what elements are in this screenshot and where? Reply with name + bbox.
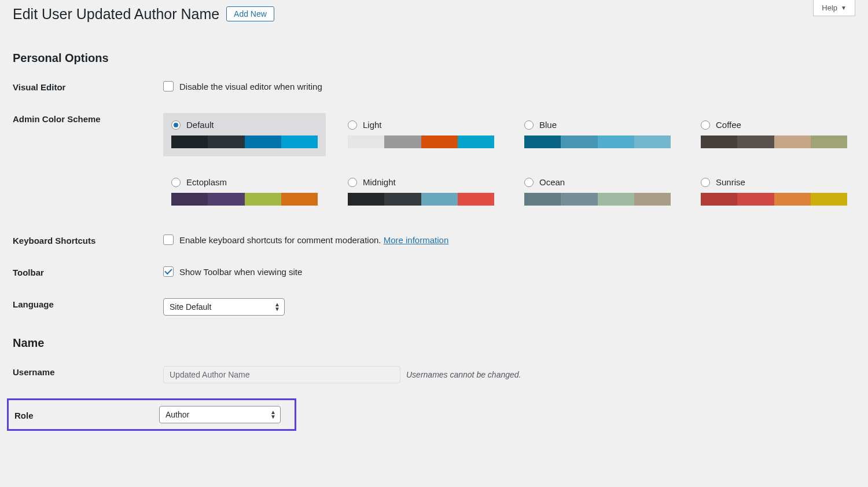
- color-swatch: [701, 193, 847, 206]
- language-label: Language: [13, 298, 163, 309]
- chevron-down-icon: ▼: [841, 5, 847, 11]
- color-scheme-ectoplasm[interactable]: Ectoplasm: [163, 170, 326, 214]
- color-scheme-name: Ocean: [539, 177, 565, 187]
- color-swatch: [524, 193, 671, 206]
- username-label: Username: [13, 366, 163, 377]
- radio-icon[interactable]: [701, 120, 710, 130]
- visual-editor-checkbox[interactable]: [163, 81, 174, 91]
- section-personal-options: Personal Options: [13, 52, 855, 65]
- color-scheme-name: Midnight: [363, 177, 396, 187]
- admin-color-scheme-label: Admin Color Scheme: [13, 113, 163, 124]
- color-swatch: [701, 136, 847, 148]
- color-scheme-blue[interactable]: Blue: [516, 113, 679, 156]
- language-select[interactable]: Site Default: [163, 298, 285, 316]
- color-scheme-default[interactable]: Default: [163, 113, 326, 156]
- color-scheme-name: Default: [186, 120, 214, 130]
- color-scheme-midnight[interactable]: Midnight: [340, 170, 502, 214]
- role-select[interactable]: Author: [159, 406, 281, 423]
- color-scheme-grid: DefaultLightBlueCoffeeEctoplasmMidnightO…: [163, 113, 855, 214]
- color-scheme-light[interactable]: Light: [340, 113, 502, 156]
- radio-icon[interactable]: [348, 120, 357, 130]
- radio-icon[interactable]: [348, 178, 357, 187]
- keyboard-shortcuts-text: Enable keyboard shortcuts for comment mo…: [179, 235, 448, 245]
- visual-editor-text: Disable the visual editor when writing: [179, 82, 322, 91]
- keyboard-shortcuts-checkbox[interactable]: [163, 235, 174, 245]
- color-scheme-ocean[interactable]: Ocean: [516, 170, 679, 214]
- color-swatch: [524, 136, 671, 148]
- username-note: Usernames cannot be changed.: [406, 370, 521, 379]
- color-scheme-name: Coffee: [716, 120, 741, 130]
- radio-icon[interactable]: [524, 178, 534, 187]
- toolbar-option[interactable]: Show Toolbar when viewing site: [163, 266, 855, 277]
- more-information-link[interactable]: More information: [384, 235, 449, 245]
- color-swatch: [171, 193, 318, 206]
- color-swatch: [348, 193, 494, 206]
- section-name: Name: [13, 336, 855, 350]
- radio-icon[interactable]: [171, 178, 181, 187]
- color-swatch: [171, 136, 318, 148]
- role-label: Role: [14, 409, 159, 420]
- help-tab[interactable]: Help ▼: [813, 0, 855, 16]
- role-highlight: Role Author ▲▼: [7, 398, 296, 431]
- title-name: Updated Author Name: [76, 6, 219, 22]
- color-scheme-name: Light: [363, 120, 382, 130]
- username-input: [163, 366, 400, 383]
- add-new-button[interactable]: Add New: [226, 6, 274, 21]
- color-swatch: [348, 136, 494, 148]
- toolbar-checkbox[interactable]: [163, 266, 174, 277]
- title-prefix: Edit User: [13, 6, 72, 22]
- help-label: Help: [822, 3, 837, 12]
- color-scheme-sunrise[interactable]: Sunrise: [693, 170, 855, 214]
- visual-editor-label: Visual Editor: [13, 81, 163, 92]
- color-scheme-name: Sunrise: [716, 177, 745, 187]
- color-scheme-name: Blue: [539, 120, 557, 130]
- toolbar-text: Show Toolbar when viewing site: [179, 267, 302, 277]
- keyboard-shortcuts-label: Keyboard Shortcuts: [13, 235, 163, 246]
- radio-icon[interactable]: [524, 120, 534, 130]
- color-scheme-name: Ectoplasm: [186, 177, 227, 187]
- radio-icon[interactable]: [171, 120, 181, 130]
- page-title: Edit User Updated Author Name: [13, 6, 219, 23]
- toolbar-label: Toolbar: [13, 266, 163, 277]
- color-scheme-coffee[interactable]: Coffee: [693, 113, 855, 156]
- radio-icon[interactable]: [701, 178, 710, 187]
- visual-editor-option[interactable]: Disable the visual editor when writing: [163, 81, 855, 91]
